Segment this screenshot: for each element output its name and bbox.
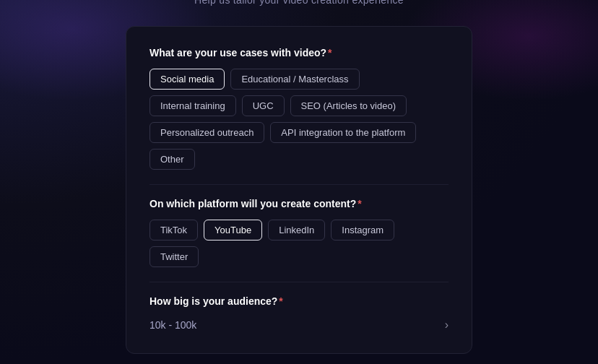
platform-chip-twitter[interactable]: Twitter — [150, 246, 199, 267]
use-case-chip-social-media[interactable]: Social media — [150, 69, 225, 90]
platform-chip-instagram[interactable]: Instagram — [331, 220, 394, 240]
page-wrapper: What are your use cases with video? Help… — [0, 0, 598, 364]
divider-1 — [150, 184, 448, 185]
use-case-chip-seo[interactable]: SEO (Articles to video) — [290, 95, 407, 116]
audience-label: How big is your audience?* — [150, 295, 448, 307]
use-case-chip-ugc[interactable]: UGC — [242, 95, 285, 116]
audience-selector[interactable]: 10k - 100k › — [150, 317, 448, 333]
required-star-2: * — [358, 198, 361, 209]
use-case-chip-educational[interactable]: Educational / Masterclass — [230, 69, 359, 90]
platform-label: On which platform will you create conten… — [150, 198, 448, 209]
use-case-chip-internal-training[interactable]: Internal training — [150, 95, 236, 116]
use-cases-chips: Social mediaEducational / MasterclassInt… — [150, 69, 448, 170]
use-case-chip-other[interactable]: Other — [150, 149, 195, 170]
required-star-1: * — [328, 47, 332, 58]
use-case-chip-api[interactable]: API integration to the platform — [270, 122, 416, 143]
use-cases-label: What are your use cases with video?* — [150, 47, 448, 58]
main-card: What are your use cases with video?* Soc… — [126, 26, 472, 354]
required-star-3: * — [279, 295, 282, 307]
platform-chip-linkedin[interactable]: LinkedIn — [268, 220, 325, 240]
platform-chip-youtube[interactable]: YouTube — [204, 220, 262, 240]
use-case-chip-personalized[interactable]: Personalized outreach — [150, 122, 264, 143]
platform-chip-tiktok[interactable]: TikTok — [150, 220, 198, 240]
platform-chips: TikTokYouTubeLinkedInInstagramTwitter — [150, 220, 448, 267]
divider-2 — [150, 282, 448, 282]
audience-value: 10k - 100k — [150, 319, 196, 331]
page-subtitle: Help us tailor your video creation exper… — [194, 0, 404, 6]
chevron-right-icon: › — [445, 318, 448, 332]
